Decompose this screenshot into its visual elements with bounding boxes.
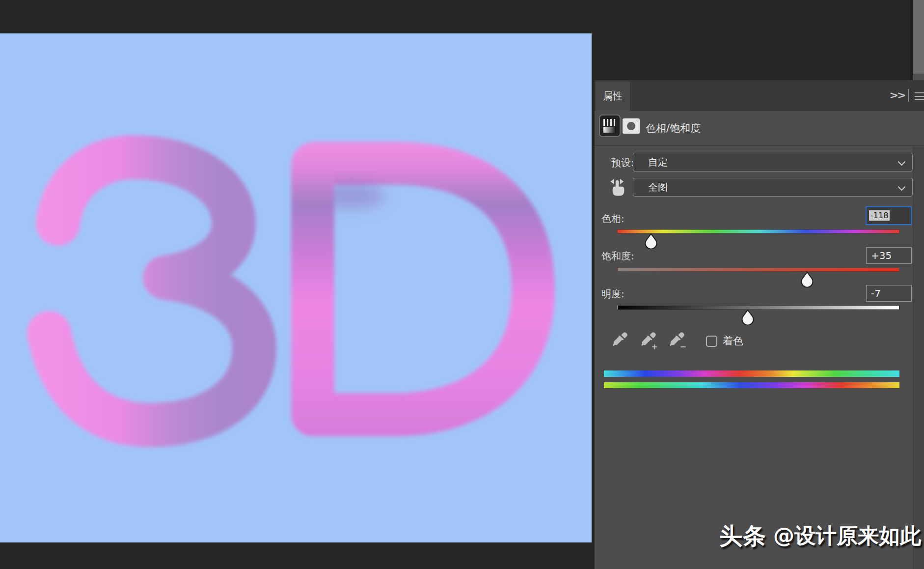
channel-select[interactable]: 全图 xyxy=(633,178,913,197)
hue-saturation-adjustment-icon[interactable] xyxy=(599,114,621,137)
dock-strip-lower xyxy=(913,74,924,80)
collapse-panel-button[interactable]: >> xyxy=(887,88,907,103)
hue-input[interactable]: -118 xyxy=(866,206,912,225)
eyedropper-subtract-button[interactable]: − xyxy=(669,331,686,350)
lightness-slider-thumb[interactable] xyxy=(741,310,754,325)
panel-title: 色相/饱和度 xyxy=(646,111,701,146)
artwork-3d-text xyxy=(0,33,592,542)
minus-glyph: − xyxy=(680,342,686,351)
watermark: 头条 @设计原来如此 xyxy=(719,521,921,551)
header-divider xyxy=(908,89,909,102)
hue-value-selected: -118 xyxy=(869,210,890,221)
dock-strip xyxy=(913,0,924,74)
letter-3 xyxy=(49,157,254,425)
hue-stripes-glyph xyxy=(603,119,616,126)
targeted-adjustment-tool[interactable] xyxy=(609,177,627,198)
watermark-brand: 头条 xyxy=(719,521,766,552)
hue-label: 色相: xyxy=(601,213,625,225)
gradient-glyph xyxy=(603,127,616,133)
eyedropper-add-button[interactable]: + xyxy=(641,331,657,350)
mask-circle-glyph xyxy=(627,122,635,130)
hue-slider-track[interactable] xyxy=(617,229,899,233)
lightness-input[interactable]: -7 xyxy=(866,285,912,302)
chevron-down-icon xyxy=(898,158,906,166)
chevron-down-icon xyxy=(898,183,906,191)
tab-properties[interactable]: 属性 xyxy=(596,82,630,111)
layer-mask-thumbnail[interactable] xyxy=(623,118,640,134)
preset-label: 预设: xyxy=(611,156,634,170)
hue-slider[interactable] xyxy=(617,229,899,250)
preset-value: 自定 xyxy=(648,156,668,169)
spectrum-bar-adjusted xyxy=(604,382,899,388)
saturation-slider-track[interactable] xyxy=(617,268,899,272)
preset-select[interactable]: 自定 xyxy=(633,153,913,171)
properties-panel: 属性 >> 色相/饱和度 预设: 自定 全图 色相: -118 xyxy=(592,80,924,569)
colorize-checkbox[interactable] xyxy=(706,336,717,347)
panel-scrollbar-track[interactable] xyxy=(913,146,924,569)
eyedropper-group: + − xyxy=(612,331,706,351)
plus-glyph: + xyxy=(652,342,658,351)
colorize-label: 着色 xyxy=(723,330,743,352)
panel-menu-icon[interactable] xyxy=(915,92,924,101)
lightness-slider[interactable] xyxy=(617,306,899,326)
watermark-handle: @设计原来如此 xyxy=(773,522,921,550)
channel-value: 全图 xyxy=(648,181,668,194)
lightness-slider-track[interactable] xyxy=(617,306,899,310)
saturation-slider[interactable] xyxy=(617,268,899,288)
document-canvas[interactable] xyxy=(0,33,592,542)
saturation-label: 饱和度: xyxy=(601,250,634,262)
scrubby-hand-icon xyxy=(609,177,626,198)
hue-slider-thumb[interactable] xyxy=(645,233,657,249)
saturation-slider-thumb[interactable] xyxy=(801,272,814,287)
eyedropper-button[interactable] xyxy=(612,331,629,350)
adjustment-title-row xyxy=(595,111,924,146)
panel-header xyxy=(595,80,924,111)
spectrum-bar-original xyxy=(604,370,899,377)
saturation-input[interactable]: +35 xyxy=(866,247,912,264)
lightness-label: 明度: xyxy=(601,288,625,300)
